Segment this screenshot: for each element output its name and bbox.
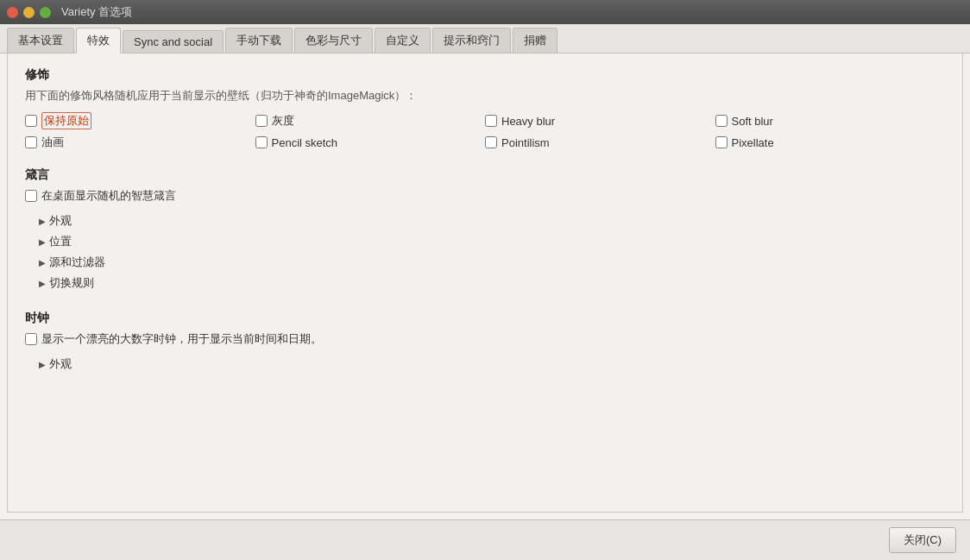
close-button[interactable]: 关闭(C): [889, 527, 956, 553]
pointilism-label[interactable]: Pointilism: [501, 136, 550, 149]
tab-donate[interactable]: 捐赠: [513, 28, 557, 53]
quotes-appearance-collapsible[interactable]: ▶ 外观: [34, 211, 945, 231]
checkbox-item-grayscale: 灰度: [255, 112, 486, 129]
quotes-appearance-label: 外观: [49, 213, 72, 229]
pixellate-label[interactable]: Pixellate: [732, 136, 774, 149]
content-panel: 修饰 用下面的修饰风格随机应用于当前显示的壁纸（归功于神奇的ImageMagic…: [7, 53, 963, 513]
clock-section: 时钟 显示一个漂亮的大数字时钟，用于显示当前时间和日期。 ▶ 外观: [25, 311, 945, 374]
quotes-position-arrow: ▶: [39, 237, 46, 247]
maximize-window-button[interactable]: [40, 7, 51, 18]
decoration-description: 用下面的修饰风格随机应用于当前显示的壁纸（归功于神奇的ImageMagick）：: [25, 88, 945, 104]
quotes-position-collapsible[interactable]: ▶ 位置: [34, 231, 945, 252]
soft-blur-label[interactable]: Soft blur: [732, 115, 773, 128]
clock-enable-item: 显示一个漂亮的大数字时钟，用于显示当前时间和日期。: [25, 331, 945, 347]
grayscale-label[interactable]: 灰度: [272, 113, 294, 129]
checkbox-item-oil-painting: 油画: [25, 135, 255, 150]
quotes-appearance-arrow: ▶: [39, 217, 46, 226]
checkbox-item-heavy-blur: Heavy blur: [485, 112, 715, 129]
grayscale-checkbox[interactable]: [255, 115, 268, 127]
clock-title: 时钟: [25, 311, 945, 326]
show-quotes-label[interactable]: 在桌面显示随机的智慧箴言: [41, 188, 176, 204]
quotes-switch-rules-label: 切换规则: [49, 275, 94, 291]
show-clock-checkbox[interactable]: [25, 333, 37, 345]
pencil-sketch-checkbox[interactable]: [255, 136, 268, 148]
pencil-sketch-label[interactable]: Pencil sketch: [272, 136, 338, 149]
show-quotes-checkbox[interactable]: [25, 190, 37, 202]
checkbox-item-soft-blur: Soft blur: [715, 112, 946, 129]
close-window-button[interactable]: [7, 7, 18, 18]
clock-subsection: ▶ 外观: [25, 354, 945, 374]
main-area: 基本设置 特效 Sync and social 手动下载 色彩与尺寸 自定义 提…: [0, 24, 970, 560]
tab-basic[interactable]: 基本设置: [7, 28, 74, 53]
decoration-checkboxes: 保持原始 灰度 Heavy blur Soft blur 油画: [25, 112, 945, 150]
tab-tips[interactable]: 提示和窍门: [432, 28, 511, 53]
checkbox-item-keep-original: 保持原始: [25, 112, 255, 129]
soft-blur-checkbox[interactable]: [715, 115, 728, 127]
quotes-source-filter-label: 源和过滤器: [49, 255, 105, 270]
pixellate-checkbox[interactable]: [715, 136, 728, 148]
oil-painting-checkbox[interactable]: [25, 136, 37, 148]
decoration-section: 修饰 用下面的修饰风格随机应用于当前显示的壁纸（归功于神奇的ImageMagic…: [25, 67, 945, 150]
quotes-position-label: 位置: [49, 234, 72, 249]
quotes-source-filter-collapsible[interactable]: ▶ 源和过滤器: [34, 252, 945, 273]
clock-appearance-label: 外观: [49, 356, 72, 372]
checkbox-item-pencil-sketch: Pencil sketch: [255, 135, 486, 150]
show-clock-label[interactable]: 显示一个漂亮的大数字时钟，用于显示当前时间和日期。: [41, 331, 322, 347]
titlebar: Variety 首选项: [0, 0, 970, 24]
quotes-enable-item: 在桌面显示随机的智慧箴言: [25, 188, 945, 204]
tab-custom[interactable]: 自定义: [375, 28, 431, 53]
quotes-switch-rules-arrow: ▶: [39, 279, 46, 288]
tab-sync[interactable]: Sync and social: [123, 30, 224, 53]
keep-original-label[interactable]: 保持原始: [41, 112, 91, 129]
heavy-blur-checkbox[interactable]: [485, 115, 497, 127]
oil-painting-label[interactable]: 油画: [41, 135, 64, 150]
quotes-section: 箴言 在桌面显示随机的智慧箴言 ▶ 外观 ▶ 位置 ▶ 源和过滤器: [25, 167, 945, 293]
checkbox-item-pointilism: Pointilism: [485, 135, 715, 150]
quotes-title: 箴言: [25, 167, 945, 183]
footer: 关闭(C): [0, 519, 970, 560]
heavy-blur-label[interactable]: Heavy blur: [501, 115, 555, 128]
decoration-title: 修饰: [25, 67, 945, 83]
clock-appearance-collapsible[interactable]: ▶ 外观: [34, 354, 945, 374]
quotes-switch-rules-collapsible[interactable]: ▶ 切换规则: [34, 273, 945, 293]
pointilism-checkbox[interactable]: [485, 136, 497, 148]
keep-original-checkbox[interactable]: [25, 115, 37, 127]
tab-effects[interactable]: 特效: [76, 28, 121, 53]
tab-color-size[interactable]: 色彩与尺寸: [294, 28, 373, 53]
clock-appearance-arrow: ▶: [39, 360, 46, 369]
minimize-window-button[interactable]: [23, 7, 35, 18]
tabbar: 基本设置 特效 Sync and social 手动下载 色彩与尺寸 自定义 提…: [0, 24, 970, 53]
window-title: Variety 首选项: [61, 4, 132, 20]
quotes-subsection: ▶ 外观 ▶ 位置 ▶ 源和过滤器 ▶ 切换规则: [25, 211, 945, 293]
checkbox-item-pixellate: Pixellate: [715, 135, 946, 150]
tab-manual-download[interactable]: 手动下载: [225, 28, 293, 53]
quotes-source-filter-arrow: ▶: [39, 258, 46, 267]
